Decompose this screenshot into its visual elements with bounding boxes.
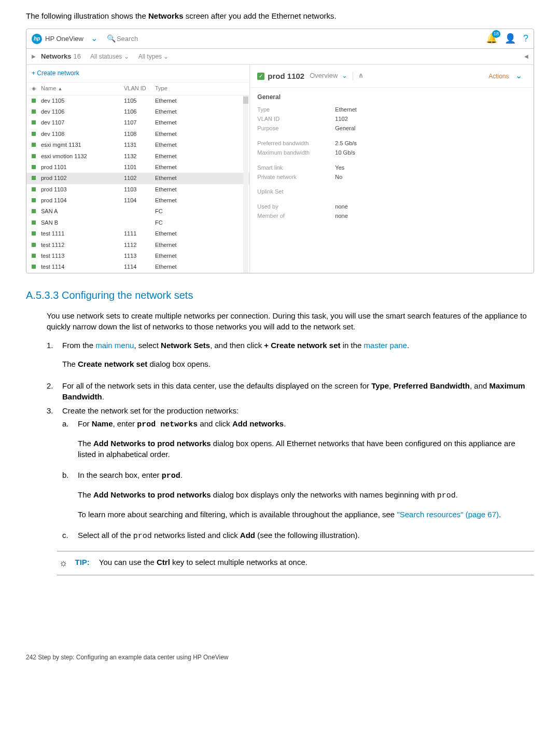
- row-name: esxi mgmt 1131: [41, 141, 124, 149]
- kv-key: VLAN ID: [257, 115, 335, 123]
- filter-statuses[interactable]: All statuses ⌄: [90, 52, 129, 61]
- table-row[interactable]: dev 11051105Ethernet: [26, 95, 249, 106]
- kv-key: Member of: [257, 212, 335, 220]
- vlan-col[interactable]: VLAN ID: [124, 85, 155, 92]
- main-menu-chevron-icon[interactable]: ⌄: [91, 33, 97, 44]
- row-vlan: 1131: [124, 141, 155, 149]
- row-name: test 1111: [41, 230, 124, 238]
- session-icon[interactable]: 👤: [505, 32, 516, 45]
- row-type: Ethernet: [155, 119, 244, 127]
- row-type: Ethernet: [155, 163, 244, 171]
- row-name: dev 1107: [41, 119, 124, 127]
- table-row[interactable]: prod 11011101Ethernet: [26, 162, 249, 173]
- kv-key: Maximum bandwidth: [257, 149, 335, 157]
- row-type: Ethernet: [155, 252, 244, 260]
- scrollbar-track[interactable]: [243, 95, 248, 273]
- scrollbar-thumb[interactable]: [243, 96, 248, 104]
- row-vlan: 1107: [124, 119, 155, 127]
- notification-icon[interactable]: 🔔18: [486, 32, 497, 45]
- table-row[interactable]: test 11131113Ethernet: [26, 251, 249, 261]
- table-row[interactable]: esxi mgmt 11311131Ethernet: [26, 140, 249, 150]
- name-col[interactable]: Name ▲: [41, 85, 124, 92]
- tip-label: TIP:: [75, 558, 90, 567]
- kv-row: TypeEthernet: [257, 106, 526, 114]
- app-title: HP OneView: [45, 34, 83, 44]
- row-type: Ethernet: [155, 153, 244, 160]
- row-type: FC: [155, 208, 244, 215]
- kv-key: Purpose: [257, 125, 335, 132]
- kv-key: Uplink Set: [257, 188, 335, 196]
- row-name: prod 1102: [41, 174, 124, 182]
- row-name: prod 1101: [41, 163, 124, 171]
- intro-para: You use network sets to create multiple …: [47, 310, 534, 332]
- row-name: test 1113: [41, 252, 124, 260]
- row-name: SAN B: [41, 219, 124, 227]
- table-row[interactable]: prod 11021102Ethernet: [26, 173, 249, 184]
- table-row[interactable]: dev 11081108Ethernet: [26, 129, 249, 140]
- main-menu-link[interactable]: main menu: [95, 341, 134, 350]
- table-row[interactable]: SAN BFC: [26, 217, 249, 228]
- page-count: 16: [74, 52, 81, 61]
- collapse-right-icon[interactable]: ◀: [524, 53, 528, 60]
- kv-row: Member ofnone: [257, 212, 526, 220]
- row-type: Ethernet: [155, 186, 244, 194]
- row-vlan: 1132: [124, 153, 155, 160]
- substep-b: b. In the search box, enter prod. The Ad…: [62, 469, 534, 528]
- substep-letter: a.: [62, 418, 78, 467]
- tip-icon: ☼: [59, 557, 68, 570]
- kv-row: Maximum bandwidth10 Gb/s: [257, 149, 526, 157]
- filter-types[interactable]: All types ⌄: [138, 52, 169, 61]
- table-row[interactable]: dev 11061106Ethernet: [26, 106, 249, 117]
- status-icon: [32, 209, 36, 213]
- search-placeholder[interactable]: Search: [117, 34, 138, 44]
- status-icon: [32, 176, 36, 180]
- table-row[interactable]: SAN AFC: [26, 206, 249, 217]
- row-vlan: 1113: [124, 252, 155, 260]
- help-icon[interactable]: ?: [523, 32, 528, 45]
- master-pane-link[interactable]: master pane: [364, 341, 407, 350]
- table-row[interactable]: dev 11071107Ethernet: [26, 117, 249, 128]
- substep-a: a. For Name, enter prod networks and cli…: [62, 418, 534, 467]
- status-icon: [32, 109, 36, 114]
- table-row[interactable]: test 11141114Ethernet: [26, 261, 249, 272]
- row-type: Ethernet: [155, 141, 244, 149]
- table-body: dev 11051105Ethernetdev 11061106Ethernet…: [26, 95, 249, 273]
- kv-key: Type: [257, 106, 335, 114]
- status-icon: [32, 165, 36, 169]
- row-type: Ethernet: [155, 130, 244, 138]
- row-name: dev 1106: [41, 108, 124, 116]
- row-vlan: 1112: [124, 241, 155, 249]
- actions-menu[interactable]: Actions ⌄: [488, 70, 526, 81]
- table-row[interactable]: test 11121112Ethernet: [26, 240, 249, 251]
- kv-row: Uplink Set: [257, 188, 526, 196]
- status-icon: [32, 99, 36, 103]
- sub-header: ▶ Networks 16 All statuses ⌄ All types ⌄…: [26, 49, 534, 65]
- row-name: esxi vmotion 1132: [41, 153, 124, 160]
- search-icon[interactable]: 🔍: [107, 34, 116, 44]
- create-row: + Create network: [26, 65, 249, 82]
- view-selector[interactable]: Overview ⌄: [310, 71, 347, 80]
- substep-letter: c.: [62, 530, 78, 542]
- substep-c: c. Select all of the prod networks liste…: [62, 530, 534, 542]
- kv-row: Preferred bandwidth2.5 Gb/s: [257, 140, 526, 147]
- collapse-icon[interactable]: ▶: [32, 53, 36, 60]
- status-icon: [32, 187, 36, 191]
- step-number: 3.: [47, 405, 62, 544]
- kv-value: 2.5 Gb/s: [335, 140, 357, 147]
- row-type: Ethernet: [155, 97, 244, 105]
- row-name: test 1114: [41, 263, 124, 271]
- status-icon: [32, 265, 36, 269]
- type-col[interactable]: Type: [155, 85, 244, 92]
- search-resources-link[interactable]: "Search resources" (page 67): [397, 510, 499, 519]
- table-row[interactable]: test 11111111Ethernet: [26, 228, 249, 239]
- table-row[interactable]: esxi vmotion 11321132Ethernet: [26, 151, 249, 162]
- kv-value: No: [335, 173, 342, 181]
- table-row[interactable]: prod 11041104Ethernet: [26, 195, 249, 206]
- create-network-link[interactable]: + Create network: [32, 70, 79, 77]
- status-icon: [32, 243, 36, 247]
- status-icon: [32, 120, 36, 125]
- map-icon[interactable]: ⋔: [353, 72, 363, 80]
- row-vlan: 1111: [124, 230, 155, 238]
- table-row[interactable]: prod 11031103Ethernet: [26, 184, 249, 195]
- row-name: SAN A: [41, 208, 124, 215]
